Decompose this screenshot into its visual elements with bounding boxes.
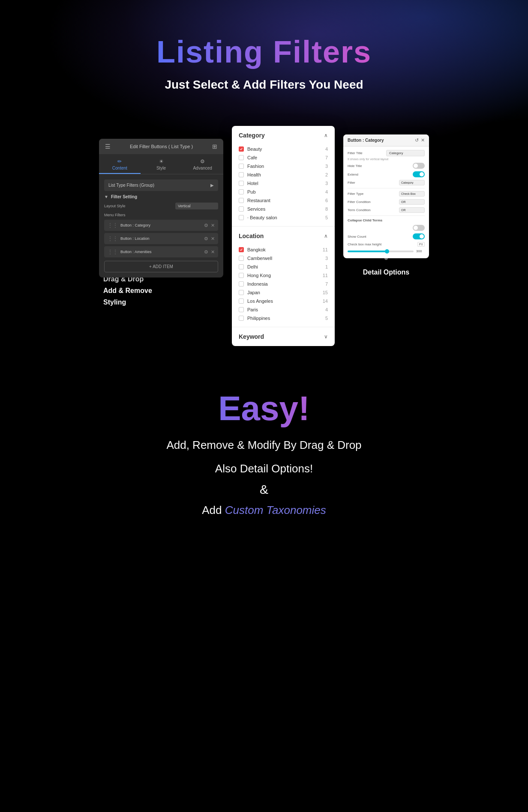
checkbox-max-height-row: Check box max height PX [348, 242, 425, 247]
checkbox-hongkong[interactable] [239, 273, 244, 278]
tab-advanced[interactable]: ⚙ Advanced [182, 154, 223, 174]
checkbox-beauty-salon[interactable] [239, 215, 244, 220]
list-item: Services 8 [239, 205, 328, 213]
panel-tabs: ✏ Content ☀ Style ⚙ Advanced [99, 154, 223, 174]
checkbox-bangkok[interactable] [239, 247, 244, 252]
hide-title-toggle[interactable] [413, 163, 425, 169]
checkbox-delhi[interactable] [239, 264, 244, 269]
list-item: Hong Kong 11 [239, 271, 328, 280]
list-item: Pub 4 [239, 188, 328, 196]
menu-icon[interactable]: ☰ [105, 143, 111, 150]
extend-row: Extend [348, 171, 425, 177]
bottom-line2: Also Detail Options! [166, 462, 361, 475]
list-item: Camberwell 3 [239, 254, 328, 263]
drag-handle-location[interactable]: ⋮⋮ [108, 236, 118, 242]
left-panel-labels: Drag & Drop Add & Remove Styling [99, 273, 152, 308]
filter-item-amenities-label: Button : Amenities [120, 250, 152, 254]
checkbox-services[interactable] [239, 206, 244, 212]
checkbox-japan[interactable] [239, 290, 244, 295]
page-content: Listing Filters Just Select & Add Filter… [0, 0, 528, 551]
filter-select[interactable]: Category [399, 180, 425, 185]
filter-title-row: Filter Title [348, 150, 425, 156]
grid-icon[interactable]: ⊞ [212, 143, 217, 150]
drag-handle-amenities[interactable]: ⋮⋮ [108, 249, 118, 255]
right-panel: Button : Category ↺ ✕ Filter Title It sh… [343, 134, 429, 258]
collapse-child-toggle[interactable] [413, 225, 425, 231]
add-item-button[interactable]: + ADD ITEM [104, 261, 218, 272]
bottom-line1: Add, Remove & Modify By Drag & Drop [166, 439, 361, 452]
filter-type-select[interactable]: Check Box [399, 191, 425, 197]
term-condition-row: Term Condition OR [348, 207, 425, 213]
location-header[interactable]: Location ∧ [232, 227, 335, 245]
list-type-label: List Type Filters (Group) [108, 183, 154, 188]
tab-content-label: Content [112, 166, 127, 170]
tab-style[interactable]: ☀ Style [141, 154, 182, 174]
checkbox-pub[interactable] [239, 189, 244, 194]
filter-remove-btn-location[interactable]: ✕ [211, 236, 215, 242]
filter-condition-row: Filter Condition OR [348, 199, 425, 205]
list-item: Bangkok 11 [239, 245, 328, 254]
filter-row: Filter Category [348, 180, 425, 185]
term-condition-select[interactable]: OR [399, 207, 425, 213]
rp-header-icons: ↺ ✕ [415, 137, 425, 143]
filter-remove-btn-amenities[interactable]: ✕ [211, 249, 215, 255]
list-type-arrow: ▶ [210, 183, 214, 188]
rp-close-icon[interactable]: ✕ [421, 137, 425, 143]
checkbox-losangeles[interactable] [239, 299, 244, 304]
checkbox-indonesia[interactable] [239, 281, 244, 287]
list-item: Indonesia 7 [239, 280, 328, 288]
list-item: Restaurant 6 [239, 196, 328, 205]
filter-type-label: Filter Type [348, 192, 363, 196]
rp-unit: PX [417, 242, 425, 247]
show-count-toggle[interactable] [413, 233, 425, 239]
layout-style-select[interactable]: Vertical [175, 203, 218, 209]
checkbox-hotel[interactable] [239, 181, 244, 186]
filter-title-input[interactable] [386, 150, 425, 156]
list-item: Philippines 5 [239, 314, 328, 322]
bottom-and: & [166, 482, 361, 497]
checkbox-paris[interactable] [239, 307, 244, 312]
location-section: Location ∧ Bangkok 11 Camberwe [232, 227, 335, 327]
keyword-header[interactable]: Keyword ∨ [232, 327, 335, 346]
max-height-slider[interactable] [348, 251, 414, 252]
hide-title-row: Hide Title [348, 163, 425, 169]
rp-refresh-icon[interactable]: ↺ [415, 137, 419, 143]
slider-thumb [385, 249, 389, 254]
location-title: Location [239, 233, 264, 239]
mockup-section: ☰ Edit Filter Buttons ( List Type ) ⊞ ✏ … [0, 126, 528, 346]
panel-title: Edit Filter Buttons ( List Type ) [111, 144, 212, 149]
checkbox-beauty[interactable] [239, 146, 244, 152]
filter-item-location: ⋮⋮ Button : Location ⚙ ✕ [104, 233, 218, 244]
filter-condition-label: Filter Condition [348, 200, 371, 204]
filter-settings-btn-location[interactable]: ⚙ [204, 236, 208, 242]
show-count-row: Show Count [348, 233, 425, 239]
panel-header: ☰ Edit Filter Buttons ( List Type ) ⊞ [99, 139, 223, 154]
list-type-section[interactable]: List Type Filters (Group) ▶ [104, 179, 218, 191]
filter-settings-btn-amenities[interactable]: ⚙ [204, 249, 208, 255]
list-item: Hotel 3 [239, 179, 328, 188]
drag-handle-category[interactable]: ⋮⋮ [108, 222, 118, 228]
filter-remove-btn-category[interactable]: ✕ [211, 223, 215, 228]
checkbox-cafe[interactable] [239, 155, 244, 160]
extend-toggle[interactable] [413, 171, 425, 177]
checkbox-philippines[interactable] [239, 316, 244, 321]
detail-options-label: Detail Options [363, 269, 409, 276]
checkbox-health[interactable] [239, 172, 244, 177]
category-arrow: ∧ [324, 132, 328, 138]
checkbox-restaurant[interactable] [239, 198, 244, 203]
category-header[interactable]: Category ∧ [232, 126, 335, 145]
filter-condition-select[interactable]: OR [399, 199, 425, 205]
pencil-icon: ✏ [117, 158, 122, 164]
custom-taxonomies-link[interactable]: Custom Taxonomies [225, 504, 326, 516]
checkbox-camberwell[interactable] [239, 256, 244, 261]
layout-style-label: Layout Style [104, 204, 126, 208]
divider2 [348, 215, 425, 216]
filter-label: Filter [348, 181, 355, 185]
filter-item-category-label: Button : Category [120, 223, 150, 227]
keyword-arrow: ∨ [324, 334, 328, 340]
checkbox-fashion[interactable] [239, 164, 244, 169]
list-item: Delhi 1 [239, 263, 328, 271]
tab-content[interactable]: ✏ Content [99, 154, 141, 174]
filter-settings-btn-category[interactable]: ⚙ [204, 223, 208, 228]
title-section: Listing Filters Just Select & Add Filter… [156, 0, 372, 92]
